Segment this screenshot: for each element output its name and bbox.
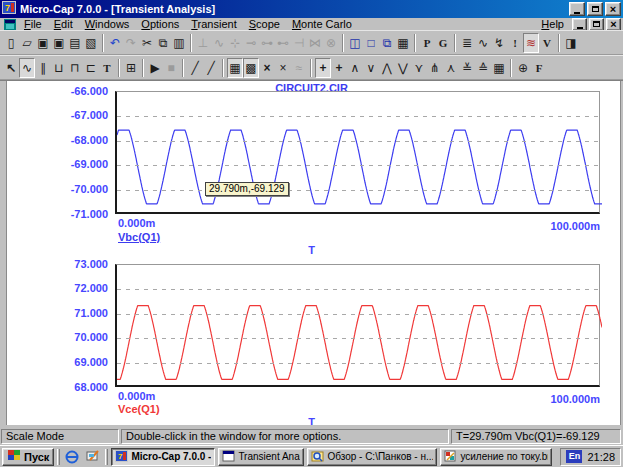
vce-plot[interactable] bbox=[115, 264, 600, 387]
internet-explorer-icon[interactable] bbox=[63, 448, 81, 466]
cursor-mode-icon[interactable]: ∥ bbox=[35, 58, 51, 78]
restore-button[interactable] bbox=[587, 2, 603, 16]
task-button-4[interactable]: усиление по току.bmp ... bbox=[440, 448, 552, 466]
undo-icon[interactable]: ↶ bbox=[107, 33, 123, 53]
print-preview-icon[interactable]: ▧ bbox=[83, 33, 99, 53]
schematic-tool-1-icon[interactable]: ⊥ bbox=[195, 33, 211, 53]
low-icon[interactable]: ⋁ bbox=[395, 58, 411, 78]
peak-icon[interactable]: ∧ bbox=[347, 58, 363, 78]
cursor-left-icon[interactable]: + bbox=[315, 58, 331, 78]
print-icon[interactable]: ▤ bbox=[67, 33, 83, 53]
menu-transient[interactable]: Transient bbox=[185, 18, 242, 30]
schematic-tool-4-icon[interactable]: ⊸ bbox=[243, 33, 259, 53]
menu-scope[interactable]: Scope bbox=[243, 18, 286, 30]
tile-vertical-icon[interactable]: ◫ bbox=[347, 33, 363, 53]
horizontal-tag-icon[interactable]: ⊔ bbox=[51, 58, 67, 78]
close-button[interactable]: × bbox=[605, 2, 621, 16]
probe-icon[interactable]: ↯ bbox=[491, 33, 507, 53]
waveform-source-icon[interactable]: ∿ bbox=[475, 33, 491, 53]
help-window-icon[interactable]: ◨ bbox=[563, 33, 579, 53]
task-button-1[interactable]: 7Micro-Cap 7.0.0 - [... bbox=[111, 448, 215, 466]
calculator-icon[interactable]: ▦ bbox=[395, 33, 411, 53]
f-hotkey-icon[interactable]: F bbox=[531, 58, 547, 78]
task-button-2[interactable]: Transient Analysis Limits bbox=[218, 448, 304, 466]
mdi-minimize-button[interactable] bbox=[572, 18, 587, 31]
bottom-icon[interactable]: ≚ bbox=[459, 58, 475, 78]
menu-edit[interactable]: Edit bbox=[48, 18, 79, 30]
toolbar-separator bbox=[342, 34, 344, 52]
vertical-cursor-icon[interactable]: × bbox=[275, 58, 291, 78]
analysis-plot-icon[interactable]: ≋ bbox=[523, 33, 539, 53]
taskbar-divider[interactable] bbox=[105, 449, 108, 465]
high-icon[interactable]: ⋀ bbox=[379, 58, 395, 78]
global-low-icon[interactable]: ⋏ bbox=[443, 58, 459, 78]
vce-trace-label[interactable]: Vce(Q1) bbox=[118, 403, 160, 415]
run-icon[interactable]: ▶ bbox=[147, 58, 163, 78]
mdi-close-button[interactable]: × bbox=[606, 18, 621, 31]
schematic-tool-3-icon[interactable]: ⊹ bbox=[227, 33, 243, 53]
language-indicator[interactable]: En bbox=[566, 450, 582, 463]
task-button-label: усиление по току.bmp ... bbox=[460, 451, 548, 462]
clock[interactable]: 21:28 bbox=[587, 451, 615, 463]
mdi-document-icon[interactable] bbox=[4, 19, 16, 30]
show-desktop-icon[interactable] bbox=[84, 448, 102, 466]
minimize-button[interactable] bbox=[569, 2, 585, 16]
measurement-tag-icon[interactable]: ⊏ bbox=[83, 58, 99, 78]
scale-mode-icon[interactable]: ∿ bbox=[19, 58, 35, 78]
task-button-3[interactable]: Обзор - С:\Панков - н... bbox=[307, 448, 437, 466]
cut-icon[interactable]: ✂ bbox=[139, 33, 155, 53]
horizontal-cursor-icon[interactable]: × bbox=[259, 58, 275, 78]
paste-icon[interactable]: ▥ bbox=[171, 33, 187, 53]
inflection-icon[interactable]: ⋎ bbox=[411, 58, 427, 78]
micro-cap-icon[interactable]: 7 bbox=[2, 0, 16, 18]
save-as-icon[interactable]: ▣ bbox=[51, 33, 67, 53]
schematic-tool-9-icon[interactable]: ⊗ bbox=[323, 33, 339, 53]
transient-analysis-workspace[interactable]: CIRCUIT2.CIR -66.000-67.000-68.000-69.00… bbox=[0, 80, 623, 428]
select-mode-icon[interactable]: ↖ bbox=[3, 58, 19, 78]
polyline-mode-icon[interactable]: ╱ bbox=[203, 58, 219, 78]
line-mode-icon[interactable]: ╱ bbox=[187, 58, 203, 78]
vbc-plot[interactable] bbox=[115, 91, 600, 214]
mdi-restore-button[interactable] bbox=[589, 18, 604, 31]
animate-icon[interactable]: ! bbox=[507, 33, 523, 53]
maximize-window-icon[interactable]: □ bbox=[363, 33, 379, 53]
component-list-icon[interactable]: ≣ bbox=[459, 33, 475, 53]
overlap-windows-icon[interactable]: ⧉ bbox=[379, 33, 395, 53]
menu-windows[interactable]: Windows bbox=[79, 18, 136, 30]
schematic-tool-5-icon[interactable]: ⊶ bbox=[259, 33, 275, 53]
micro-cap-icon: 7 bbox=[115, 450, 128, 464]
p-hotkey-icon[interactable]: P bbox=[419, 33, 435, 53]
start-button[interactable]: Пуск bbox=[2, 448, 54, 466]
valley-icon[interactable]: ∨ bbox=[363, 58, 379, 78]
toolbar-separator bbox=[414, 34, 416, 52]
open-file-icon[interactable]: ▱ bbox=[19, 33, 35, 53]
schematic-tool-6-icon[interactable]: ⊷ bbox=[275, 33, 291, 53]
stop-icon[interactable]: ■ bbox=[163, 58, 179, 78]
redo-icon[interactable]: ↷ bbox=[123, 33, 139, 53]
top-icon[interactable]: ≙ bbox=[475, 58, 491, 78]
properties-icon[interactable]: ⊞ bbox=[123, 58, 139, 78]
vbc-trace-label[interactable]: Vbc(Q1) bbox=[118, 231, 160, 243]
state-variables-icon[interactable]: V bbox=[539, 33, 555, 53]
menu-options[interactable]: Options bbox=[135, 18, 185, 30]
vertical-tag-icon[interactable]: ⊓ bbox=[67, 58, 83, 78]
global-high-icon[interactable]: ⋔ bbox=[427, 58, 443, 78]
save-file-icon[interactable]: ▣ bbox=[35, 33, 51, 53]
taskbar-divider[interactable] bbox=[57, 449, 60, 465]
data-points-icon[interactable]: ▦ bbox=[227, 58, 243, 78]
g-hotkey-icon[interactable]: G bbox=[435, 33, 451, 53]
schematic-tool-2-icon[interactable]: ∿ bbox=[211, 33, 227, 53]
cursor-right-icon[interactable]: + bbox=[331, 58, 347, 78]
performance-window-icon[interactable]: ⊕ bbox=[515, 58, 531, 78]
tokens-icon[interactable]: ▩ bbox=[243, 58, 259, 78]
schematic-tool-8-icon[interactable]: ⋈ bbox=[307, 33, 323, 53]
copy-icon[interactable]: ⧉ bbox=[155, 33, 171, 53]
text-mode-icon[interactable]: T bbox=[99, 58, 115, 78]
menu-file[interactable]: File bbox=[18, 18, 48, 30]
align-cursors-icon[interactable]: ≈ bbox=[291, 58, 307, 78]
menu-help[interactable]: Help bbox=[535, 18, 570, 30]
new-file-icon[interactable]: ▯ bbox=[3, 33, 19, 53]
menu-monte-carlo[interactable]: Monte Carlo bbox=[286, 18, 358, 30]
grid-icon[interactable]: ▦ bbox=[491, 58, 507, 78]
schematic-tool-7-icon[interactable]: ⊣ bbox=[291, 33, 307, 53]
